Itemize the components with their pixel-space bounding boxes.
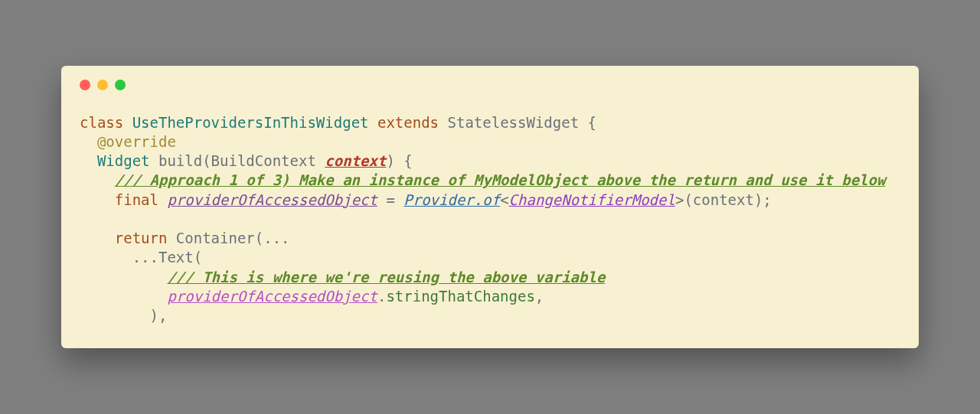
comment-reuse: /// This is where we're reusing the abov…: [167, 269, 605, 285]
param-context: context: [325, 152, 386, 169]
generic-type: ChangeNotifierModel: [509, 191, 675, 208]
equals: =: [377, 191, 403, 208]
indent: [80, 191, 115, 208]
call-args: (context);: [684, 191, 771, 208]
method-sig-close: ) {: [386, 152, 412, 169]
brace-open: {: [579, 114, 596, 131]
indent: [80, 230, 115, 246]
var-decl: providerOfAccessedObject: [167, 191, 377, 208]
member-access: stringThatChanges: [386, 288, 534, 305]
indent: [80, 269, 167, 285]
zoom-icon[interactable]: [115, 80, 126, 90]
angle-close: >: [675, 191, 684, 208]
text-call: ...Text(: [132, 249, 203, 266]
keyword-final: final: [115, 191, 158, 208]
keyword-return: return: [115, 230, 168, 246]
provider-of-call: Provider.of: [403, 191, 500, 208]
keyword-class: class: [80, 114, 123, 131]
var-use: providerOfAccessedObject: [167, 288, 377, 305]
indent: [80, 152, 97, 169]
indent: [80, 133, 97, 150]
close-icon[interactable]: [80, 80, 90, 90]
indent: [80, 307, 150, 324]
indent: [80, 249, 132, 266]
traffic-lights: [80, 80, 900, 90]
keyword-extends: extends: [377, 114, 439, 131]
trailing-comma: ,: [535, 288, 544, 305]
code-block: class UseTheProvidersInThisWidget extend…: [80, 113, 900, 326]
container-call: Container(...: [167, 230, 289, 246]
indent: [80, 171, 115, 188]
class-name: UseTheProvidersInThisWidget: [132, 114, 369, 131]
annotation-override: @override: [97, 133, 176, 150]
superclass: StatelessWidget: [448, 114, 580, 131]
paren-close: ),: [150, 307, 168, 324]
method-sig: build(BuildContext: [150, 152, 325, 169]
minimize-icon[interactable]: [97, 80, 108, 90]
dot: .: [377, 288, 386, 305]
return-type: Widget: [97, 152, 150, 169]
indent: [80, 288, 167, 305]
comment-approach: /// Approach 1 of 3) Make an instance of…: [115, 171, 886, 188]
code-window: class UseTheProvidersInThisWidget extend…: [61, 66, 919, 349]
angle-open: <: [500, 191, 508, 208]
